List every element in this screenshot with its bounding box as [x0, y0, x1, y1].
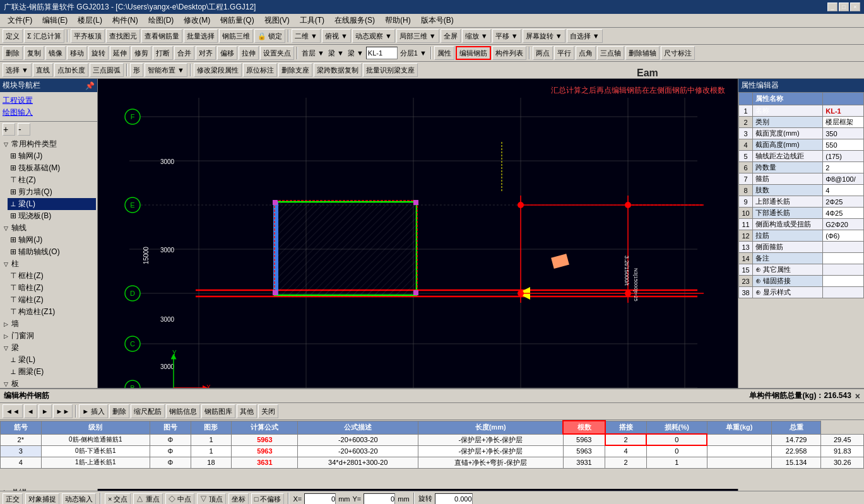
rebar-lib-btn[interactable]: 钢筋图库: [201, 404, 235, 418]
menu-view[interactable]: 视图(V): [259, 14, 295, 27]
menu-version[interactable]: 版本号(B): [416, 14, 459, 27]
toolbar-batch-select[interactable]: 批量选择: [184, 29, 218, 43]
tree-axis[interactable]: ▽ 轴线: [1, 222, 96, 234]
tree-beams[interactable]: ▽ 梁: [1, 342, 96, 354]
toolbar-edit-rebar[interactable]: 编辑钢筋: [456, 46, 491, 60]
toolbar-parallel[interactable]: 平行: [554, 46, 574, 60]
td-splice-3[interactable]: 1: [646, 457, 707, 468]
toolbar-stretch[interactable]: 拉伸: [239, 46, 259, 60]
menu-draw[interactable]: 绘图(D): [143, 14, 179, 27]
y-value-input[interactable]: [364, 493, 395, 505]
tree-beam-common[interactable]: ⊥ 梁(L): [8, 198, 96, 210]
link-draw-input[interactable]: 绘图输入: [3, 107, 95, 119]
tree-aux-axis[interactable]: ⊞ 辅助轴线(O): [8, 246, 96, 258]
toolbar-three-axis[interactable]: 三点轴: [597, 46, 624, 60]
toolbar-trim[interactable]: 修剪: [131, 46, 151, 60]
toolbar-del-support[interactable]: 删除支座: [278, 63, 312, 77]
toolbar-flat-top[interactable]: 平齐板顶: [71, 29, 105, 43]
td-count-1[interactable]: 2: [605, 434, 647, 445]
toolbar-rotate[interactable]: 旋转: [88, 46, 109, 60]
menu-floor[interactable]: 楼层(L): [73, 14, 107, 27]
td-splice-1[interactable]: 0: [646, 434, 707, 445]
toolbar-set-grip[interactable]: 设置夹点: [260, 46, 294, 60]
rotate-value-input[interactable]: [435, 493, 473, 505]
maximize-button[interactable]: □: [839, 3, 849, 11]
panel-pin[interactable]: 📌: [85, 81, 95, 90]
coord-btn[interactable]: 坐标: [228, 493, 249, 505]
menu-online[interactable]: 在线服务(S): [329, 14, 380, 27]
snap-btn[interactable]: 对象捕捉: [25, 493, 59, 505]
toolbar-original-mark[interactable]: 原位标注: [243, 63, 277, 77]
tree-shearwall[interactable]: ⊞ 剪力墙(Q): [8, 186, 96, 198]
window-controls[interactable]: _ □ ×: [827, 3, 860, 11]
toolbar-view-rebar[interactable]: 查看钢筋量: [141, 29, 182, 43]
bottom-panel-close[interactable]: ×: [855, 391, 860, 401]
beam-id-input[interactable]: [366, 47, 398, 59]
toolbar-view-top[interactable]: 俯视 ▼: [322, 29, 351, 43]
toolbar-line[interactable]: 直线: [33, 63, 53, 77]
toolbar-calc[interactable]: Σ 汇总计算: [24, 29, 64, 43]
menu-component[interactable]: 构件(N): [107, 14, 143, 27]
tree-beam-l[interactable]: ⊥ 梁(L): [8, 354, 96, 366]
toolbar-point-length[interactable]: 点加长度: [54, 63, 88, 77]
tree-column-z[interactable]: ⊤ 柱(Z): [8, 174, 96, 186]
toolbar-dynamic[interactable]: 动态观察 ▼: [352, 29, 395, 43]
toolbar-find-elem[interactable]: 查找图元: [106, 29, 140, 43]
link-project-settings[interactable]: 工程设置: [3, 95, 95, 107]
toolbar-define[interactable]: 定义: [3, 29, 23, 43]
tree-common-types[interactable]: ▽ 常用构件类型: [1, 138, 96, 150]
tree-column-group[interactable]: ▽ 柱: [1, 258, 96, 270]
x-value-input[interactable]: [304, 493, 336, 505]
menu-modify[interactable]: 修改(M): [179, 14, 215, 27]
toolbar-zoom[interactable]: 缩放 ▼: [462, 29, 491, 43]
expand-all-btn[interactable]: +: [3, 123, 15, 136]
ortho-btn[interactable]: 正交: [3, 493, 23, 505]
rebar-info-btn[interactable]: 钢筋信息: [166, 404, 200, 418]
tree-ring-beam[interactable]: ⊥ 圈梁(E): [8, 366, 96, 378]
toolbar-rotate-screen[interactable]: 屏幕旋转 ▼: [523, 29, 565, 43]
toolbar-comp-list[interactable]: 构件列表: [492, 46, 526, 60]
prop-row-anchor[interactable]: 23 ⊕ 锚固搭接: [739, 276, 864, 287]
tree-hidden-col[interactable]: ⊤ 暗柱(Z): [8, 282, 96, 294]
prop-row-other[interactable]: 15 ⊕ 其它属性: [739, 264, 864, 276]
nav-last-btn[interactable]: ►►: [53, 404, 73, 418]
toolbar-copy-span[interactable]: 梁跨数据复制: [314, 63, 362, 77]
collapse-all-btn[interactable]: -: [18, 123, 30, 136]
toolbar-arc[interactable]: 三点圆弧: [90, 63, 124, 77]
menu-help[interactable]: 帮助(H): [380, 14, 416, 27]
toolbar-properties[interactable]: 属性: [434, 46, 454, 60]
toolbar-two-point[interactable]: 两点: [533, 46, 553, 60]
toolbar-fullscreen[interactable]: 全屏: [441, 29, 461, 43]
td-count-2[interactable]: 4: [605, 445, 647, 457]
tree-end-col[interactable]: ⊤ 端柱(Z): [8, 294, 96, 306]
no-offset-btn[interactable]: □ 不偏移: [251, 493, 285, 505]
toolbar-del-aux[interactable]: 删除辅轴: [625, 46, 660, 60]
toolbar-shape[interactable]: 形: [130, 63, 143, 77]
tree-axisnet2[interactable]: ⊞ 轴网(J): [8, 234, 96, 246]
toolbar-break[interactable]: 打断: [153, 46, 173, 60]
insert-btn[interactable]: ► 插入: [79, 404, 108, 418]
toolbar-local-3d[interactable]: 局部三维 ▼: [396, 29, 439, 43]
toolbar-point-angle[interactable]: 点角: [576, 46, 596, 60]
close-button[interactable]: ×: [850, 3, 860, 11]
btm-delete-btn[interactable]: 删除: [109, 404, 129, 418]
tree-doors[interactable]: ▷ 门窗洞: [1, 330, 96, 342]
tree-cast-slab[interactable]: ⊞ 现浇板(B): [8, 210, 96, 222]
toolbar-modify-beam-prop[interactable]: 修改梁段属性: [194, 63, 242, 77]
toolbar-lock[interactable]: 🔒 锁定: [254, 29, 285, 43]
toolbar-mirror[interactable]: 镜像: [45, 46, 66, 60]
toolbar-2d[interactable]: 二维 ▼: [292, 29, 321, 43]
menu-edit[interactable]: 编辑(E): [37, 14, 73, 27]
toolbar-extend[interactable]: 延伸: [110, 46, 130, 60]
nav-next-btn[interactable]: ►: [38, 404, 52, 418]
prop-row-display[interactable]: 38 ⊕ 显示样式: [739, 287, 864, 298]
center-btn[interactable]: △ 重点: [133, 493, 162, 505]
toolbar-smart-layout[interactable]: 智能布置 ▼: [145, 63, 187, 77]
toolbar-batch-identify[interactable]: 批量识别梁支座: [363, 63, 418, 77]
menu-tools[interactable]: 工具(T): [295, 14, 329, 27]
toolbar-align[interactable]: 对齐: [196, 46, 216, 60]
td-count-3[interactable]: 2: [605, 457, 647, 468]
menu-rebar-qty[interactable]: 钢筋量(Q): [215, 14, 259, 27]
td-splice-2[interactable]: 0: [646, 445, 707, 457]
nav-first-btn[interactable]: ◄◄: [3, 404, 23, 418]
